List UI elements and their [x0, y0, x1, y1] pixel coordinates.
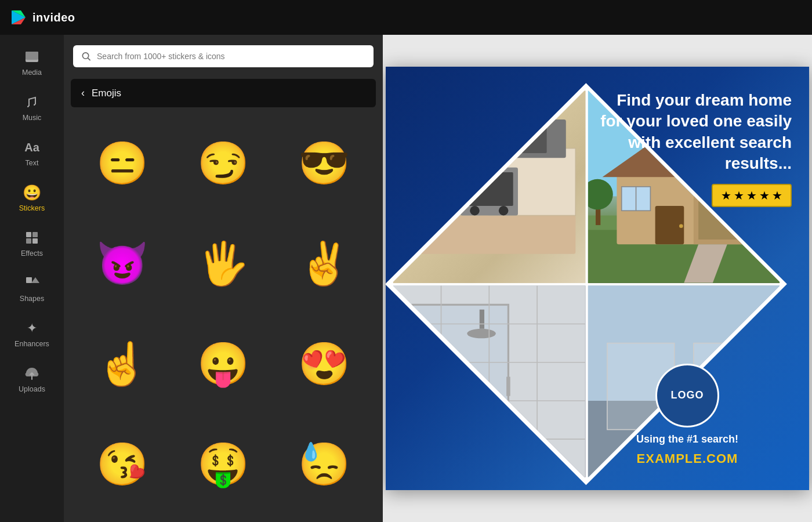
sidebar-item-stickers[interactable]: 😀 Stickers [6, 176, 58, 219]
star-2: ★ [734, 188, 744, 202]
shapes-icon [23, 274, 41, 292]
sidebar-item-music[interactable]: Music [6, 86, 58, 129]
category-header[interactable]: ‹ Emojis [71, 79, 376, 107]
emoji-heart-eyes[interactable]: 😍 [277, 317, 371, 411]
star-1: ★ [721, 188, 731, 202]
emoji-sunglasses[interactable]: 😎 [277, 117, 371, 210]
effects-icon [23, 229, 41, 247]
star-5: ★ [772, 188, 782, 202]
logo-text: invideo [32, 11, 75, 24]
back-arrow-icon: ‹ [81, 87, 85, 99]
emoji-grid: 😑 😏 😎 😈 🖐️ ✌️ ☝️ 😛 😍 😘 🤑 😓 [64, 114, 383, 522]
ad-tagline: Using the #1 search! [636, 433, 738, 445]
sidebar-item-text[interactable]: Aa Text [6, 131, 58, 174]
music-icon [23, 93, 41, 111]
svg-rect-8 [26, 238, 31, 244]
svg-rect-7 [32, 232, 38, 237]
ad-text-right: Find your dream home for your loved one … [594, 90, 792, 207]
sidebar-item-music-label: Music [23, 114, 42, 122]
stickers-panel: ‹ Emojis 😑 😏 😎 😈 🖐️ ✌️ ☝️ 😛 😍 😘 🤑 😓 [64, 35, 383, 522]
sidebar-item-shapes-label: Shapes [20, 295, 44, 303]
emoji-victory[interactable]: ✌️ [277, 217, 371, 310]
svg-rect-9 [32, 238, 38, 244]
ad-headline: Find your dream home for your loved one … [594, 90, 792, 175]
main-layout: Media Music Aa Text 😀 Stickers [0, 35, 812, 522]
svg-rect-6 [26, 232, 31, 237]
svg-point-20 [499, 206, 509, 216]
svg-rect-10 [26, 277, 32, 283]
text-icon: Aa [23, 138, 41, 157]
logo-area: invideo [9, 8, 75, 27]
search-area [64, 35, 383, 73]
search-box[interactable] [73, 45, 374, 67]
sidebar-item-enhancers[interactable]: ✦ Enhancers [6, 312, 58, 355]
emoji-raised-hand[interactable]: 🖐️ [176, 217, 270, 310]
star-3: ★ [746, 188, 757, 202]
logo-circle: LOGO [655, 364, 719, 427]
sidebar-item-enhancers-label: Enhancers [14, 340, 49, 348]
logo-icon [9, 8, 28, 27]
search-icon [81, 51, 91, 61]
svg-point-46 [467, 328, 496, 338]
stickers-icon: 😀 [23, 183, 41, 202]
svg-point-34 [679, 224, 683, 228]
sidebar-item-shapes[interactable]: Shapes [6, 267, 58, 310]
sidebar-item-media[interactable]: Media [6, 41, 58, 84]
sidebar-item-text-label: Text [26, 159, 39, 167]
svg-point-12 [82, 53, 88, 59]
ad-bottom: LOGO Using the #1 search! EXAMPLE.COM [566, 339, 809, 490]
media-icon [23, 48, 41, 66]
uploads-icon [23, 364, 41, 383]
emoji-kiss[interactable]: 😘 [75, 417, 169, 510]
sidebar-item-uploads[interactable]: Uploads [6, 357, 58, 400]
sidebar-item-media-label: Media [22, 68, 42, 77]
topbar: invideo [0, 0, 812, 35]
sidebar-item-effects[interactable]: Effects [6, 222, 58, 264]
ad-url: EXAMPLE.COM [637, 451, 738, 466]
svg-marker-11 [31, 277, 39, 283]
svg-line-13 [88, 58, 90, 60]
svg-rect-5 [28, 60, 35, 62]
search-input[interactable] [97, 52, 365, 61]
svg-point-19 [470, 206, 480, 216]
sidebar-item-uploads-label: Uploads [19, 385, 45, 393]
sidebar-item-stickers-label: Stickers [19, 204, 45, 212]
emoji-point-up[interactable]: ☝️ [75, 317, 169, 411]
svg-rect-47 [506, 376, 510, 396]
emoji-expressionless[interactable]: 😑 [75, 117, 169, 210]
sidebar-item-effects-label: Effects [21, 249, 43, 258]
emoji-smirk[interactable]: 😏 [176, 117, 270, 210]
emoji-money-mouth[interactable]: 🤑 [176, 417, 270, 510]
emoji-tongue[interactable]: 😛 [176, 317, 270, 411]
stars-badge: ★ ★ ★ ★ ★ [712, 184, 792, 207]
sidebar: Media Music Aa Text 😀 Stickers [0, 35, 64, 522]
logo-text: LOGO [671, 389, 704, 401]
enhancers-icon: ✦ [23, 319, 41, 338]
ad-card: Find your dream home for your loved one … [386, 67, 809, 490]
star-4: ★ [759, 188, 770, 202]
canvas-area: Find your dream home for your loved one … [383, 35, 812, 522]
emoji-sweat[interactable]: 😓 [277, 417, 371, 510]
emoji-devil[interactable]: 😈 [75, 217, 169, 310]
category-name: Emojis [92, 88, 121, 99]
svg-rect-45 [480, 309, 484, 328]
svg-rect-4 [26, 52, 38, 60]
